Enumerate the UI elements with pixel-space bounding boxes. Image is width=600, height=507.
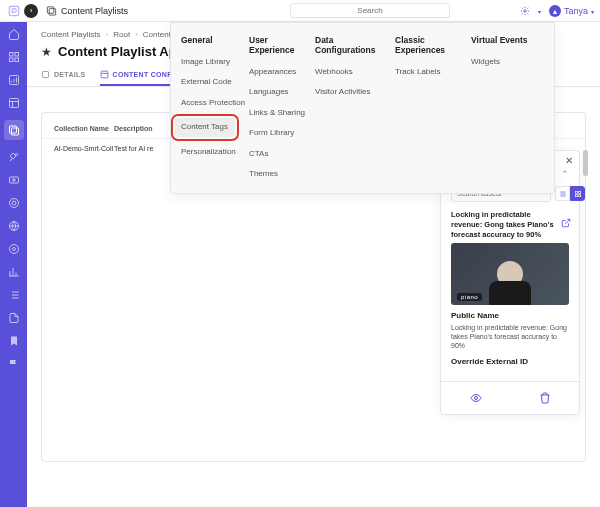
svg-rect-21 xyxy=(578,191,580,193)
tab-details[interactable]: DETAILS xyxy=(41,65,86,86)
svg-rect-12 xyxy=(9,177,18,183)
thumbnail-tag: piano xyxy=(457,293,482,301)
menu-item-personalization[interactable]: Personalization xyxy=(181,147,249,157)
global-search[interactable] xyxy=(290,3,450,18)
col-header-desc: Description xyxy=(114,125,153,132)
close-icon[interactable]: ✕ xyxy=(565,155,573,166)
nav-home-icon[interactable] xyxy=(8,28,20,40)
nav-flag-icon[interactable] xyxy=(8,358,20,370)
menu-header-ux: User Experience xyxy=(249,35,315,55)
nav-list-icon[interactable] xyxy=(8,289,20,301)
menu-header-general: General xyxy=(181,35,249,45)
breadcrumb-item[interactable]: Content Playlists xyxy=(41,30,101,39)
svg-point-24 xyxy=(474,396,477,399)
user-menu[interactable]: ▲ Tanya ▾ xyxy=(549,5,594,17)
details-icon xyxy=(41,70,50,79)
menu-item-links-sharing[interactable]: Links & Sharing xyxy=(249,108,315,118)
svg-rect-18 xyxy=(43,72,49,78)
nav-toggle[interactable]: › xyxy=(24,4,38,18)
menu-item-track-labels[interactable]: Track Labels xyxy=(395,67,471,77)
nav-target-icon[interactable] xyxy=(8,197,20,209)
svg-point-3 xyxy=(524,10,527,13)
svg-point-13 xyxy=(9,199,18,208)
breadcrumb-item[interactable]: Root xyxy=(113,30,130,39)
svg-rect-22 xyxy=(575,194,577,196)
playlist-icon xyxy=(46,5,57,16)
menu-header-data: Data Configurations xyxy=(315,35,395,55)
menu-item-visitor-activities[interactable]: Visitor Activities xyxy=(315,87,395,97)
svg-rect-6 xyxy=(9,58,13,62)
app-title: Content Playlists xyxy=(46,5,128,16)
nav-circle-icon[interactable] xyxy=(8,243,20,255)
svg-rect-4 xyxy=(9,53,13,57)
external-link-icon[interactable] xyxy=(561,218,571,231)
svg-rect-2 xyxy=(49,9,55,15)
avatar-icon: ▲ xyxy=(549,5,561,17)
nav-doc-icon[interactable] xyxy=(8,312,20,324)
settings-icon[interactable] xyxy=(520,6,530,16)
collapse-icon[interactable]: ⌃ xyxy=(561,169,569,179)
asset-title: Locking in predictable revenue: Gong tak… xyxy=(451,210,569,239)
settings-caret[interactable]: ▾ xyxy=(538,8,541,15)
delete-icon[interactable] xyxy=(539,390,551,408)
nav-tools-icon[interactable] xyxy=(8,151,20,163)
menu-item-access-protection[interactable]: Access Protection xyxy=(181,98,249,108)
nav-video-icon[interactable] xyxy=(8,174,20,186)
nav-chart-icon[interactable] xyxy=(8,74,20,86)
public-name-label: Public Name xyxy=(451,311,569,320)
nav-layers-icon[interactable] xyxy=(8,97,20,109)
cell-name: AI-Demo-Smrt-Coll xyxy=(54,145,114,152)
brand-logo xyxy=(0,0,27,22)
preview-icon[interactable] xyxy=(470,390,482,408)
search-input[interactable] xyxy=(290,3,450,18)
svg-rect-20 xyxy=(575,191,577,193)
menu-item-widgets[interactable]: Widgets xyxy=(471,57,531,67)
menu-item-themes[interactable]: Themes xyxy=(249,169,315,179)
view-grid-icon[interactable] xyxy=(570,186,585,201)
svg-rect-5 xyxy=(15,53,19,57)
svg-rect-0 xyxy=(9,6,18,15)
public-name-value: Locking in predictable revenue: Gong tak… xyxy=(451,323,569,350)
col-header-name: Collection Name xyxy=(54,125,114,132)
nav-grid-icon[interactable] xyxy=(8,51,20,63)
menu-item-external-code[interactable]: External Code xyxy=(181,77,249,87)
top-bar: › Content Playlists ▾ ▲ Tanya ▾ xyxy=(0,0,600,22)
svg-rect-11 xyxy=(11,128,18,135)
settings-megamenu: General Image Library External Code Acce… xyxy=(170,22,555,194)
menu-header-classic: Classic Experiences xyxy=(395,35,471,55)
menu-item-appearances[interactable]: Appearances xyxy=(249,67,315,77)
cell-desc: Test for AI re xyxy=(114,145,153,152)
nav-content-icon[interactable] xyxy=(4,120,24,140)
menu-item-languages[interactable]: Languages xyxy=(249,87,315,97)
svg-point-17 xyxy=(12,248,15,251)
svg-point-16 xyxy=(9,245,18,254)
favorite-star-icon[interactable]: ★ xyxy=(41,45,52,59)
menu-item-image-library[interactable]: Image Library xyxy=(181,57,249,67)
left-nav-rail xyxy=(0,22,27,507)
menu-header-virtual: Virtual Events xyxy=(471,35,531,45)
svg-rect-9 xyxy=(9,99,18,108)
view-list-icon[interactable] xyxy=(555,186,570,201)
svg-rect-7 xyxy=(15,58,19,62)
svg-rect-10 xyxy=(9,126,16,133)
menu-item-webhooks[interactable]: Webhooks xyxy=(315,67,395,77)
external-id-label: Override External ID xyxy=(451,357,569,366)
menu-item-content-tags[interactable]: Content Tags xyxy=(175,118,235,136)
svg-rect-1 xyxy=(47,7,53,13)
user-name: Tanya xyxy=(564,6,588,16)
nav-bookmark-icon[interactable] xyxy=(8,335,20,347)
menu-item-form-library[interactable]: Form Library xyxy=(249,128,315,138)
nav-analytics-icon[interactable] xyxy=(8,266,20,278)
menu-item-ctas[interactable]: CTAs xyxy=(249,149,315,159)
config-icon xyxy=(100,70,109,79)
asset-thumbnail[interactable]: piano xyxy=(451,243,569,305)
nav-globe-icon[interactable] xyxy=(8,220,20,232)
svg-point-14 xyxy=(12,201,16,205)
svg-rect-23 xyxy=(578,194,580,196)
svg-rect-19 xyxy=(101,71,108,78)
